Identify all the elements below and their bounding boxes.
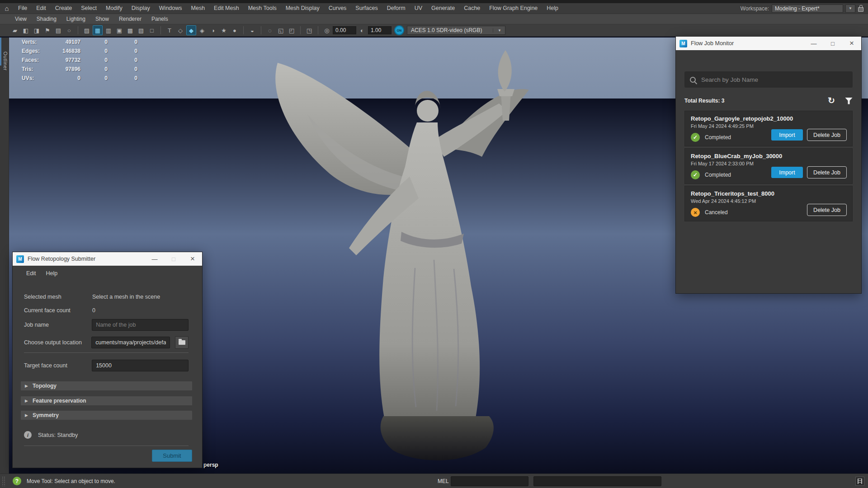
exposure-input[interactable] bbox=[333, 26, 356, 34]
workspace-dropdown[interactable]: Modeling - Expert* bbox=[772, 5, 843, 13]
dock-accent-bar bbox=[0, 38, 1, 66]
resolution-gate-icon[interactable]: ▣ bbox=[114, 25, 124, 35]
lock-camera-icon[interactable]: ◧ bbox=[21, 25, 31, 35]
wireframe-on-shaded-icon[interactable]: ◈ bbox=[197, 25, 207, 35]
wireframe-icon[interactable]: ◇ bbox=[175, 25, 185, 35]
field-chart-icon[interactable]: ▧ bbox=[136, 25, 146, 35]
menubar-item[interactable]: Mesh bbox=[187, 3, 210, 14]
select-camera-icon[interactable]: ▰ bbox=[10, 25, 20, 35]
submit-button[interactable]: Submit bbox=[152, 450, 192, 462]
script-editor-icon[interactable] bbox=[855, 477, 864, 486]
menubar-item[interactable]: Edit Mesh bbox=[209, 3, 244, 14]
job-monitor-titlebar[interactable]: M Flow Job Monitor — □ × bbox=[676, 37, 861, 50]
collapsible-section-header[interactable]: ▶ Feature preservation bbox=[21, 396, 192, 405]
single-pane-layout-icon[interactable]: ◱ bbox=[276, 25, 286, 35]
collapsible-section-header[interactable]: ▶ Symmetry bbox=[21, 411, 192, 420]
panel-menu-item[interactable]: View bbox=[10, 16, 32, 22]
import-button[interactable]: Import bbox=[771, 167, 803, 178]
flow-retopology-submitter-window: M Flow Retopology Submitter — □ × EditHe… bbox=[12, 252, 203, 468]
menubar-item[interactable]: Select bbox=[76, 3, 101, 14]
angel-statue-mesh[interactable] bbox=[235, 42, 669, 467]
menubar-item[interactable]: Edit bbox=[32, 3, 51, 14]
delete-job-button[interactable]: Delete Job bbox=[807, 129, 847, 141]
submitter-menu-item[interactable]: Edit bbox=[26, 270, 36, 277]
safe-action-icon[interactable]: □ bbox=[147, 25, 157, 35]
mel-result-field[interactable] bbox=[533, 476, 661, 486]
hud-component-value: 0 bbox=[108, 48, 137, 54]
menubar-item[interactable]: Windows bbox=[155, 3, 187, 14]
panel-menu-item[interactable]: Show bbox=[90, 16, 114, 22]
outliner-persp-layout-icon[interactable]: ◳ bbox=[304, 25, 314, 35]
panel-menu-item[interactable]: Panels bbox=[146, 16, 173, 22]
shadows-icon[interactable]: ● bbox=[230, 25, 240, 35]
screen-space-ao-icon[interactable]: ◒ bbox=[247, 25, 257, 35]
grid-icon[interactable]: ▦ bbox=[93, 25, 103, 35]
workspace-lock-icon[interactable] bbox=[858, 7, 863, 12]
filter-icon[interactable] bbox=[845, 98, 853, 104]
smooth-shade-icon[interactable]: ◆ bbox=[186, 25, 196, 35]
mel-command-input[interactable] bbox=[451, 476, 528, 486]
bookmark-icon[interactable]: ⚑ bbox=[42, 25, 52, 35]
menubar-item[interactable]: Curves bbox=[324, 3, 351, 14]
close-button[interactable]: × bbox=[842, 37, 861, 50]
safe-title-icon[interactable]: T bbox=[165, 25, 175, 35]
job-monitor-body: Total Results: 3 ↻ Retopo_Gargoyle_retop… bbox=[676, 50, 861, 294]
submitter-menu-item[interactable]: Help bbox=[46, 270, 58, 277]
outliner-tab[interactable]: Outliner bbox=[2, 40, 8, 82]
menubar-item[interactable]: Generate bbox=[427, 3, 459, 14]
panel-menu-item[interactable]: Shading bbox=[32, 16, 61, 22]
menubar-item[interactable]: Display bbox=[127, 3, 155, 14]
use-all-lights-icon[interactable]: ★ bbox=[219, 25, 229, 35]
menubar-item[interactable]: Create bbox=[51, 3, 77, 14]
target-face-count-input[interactable] bbox=[92, 360, 189, 371]
isolate-select-icon[interactable]: ◌ bbox=[265, 25, 275, 35]
dock-grip-handle[interactable] bbox=[2, 476, 5, 486]
minimize-button[interactable]: — bbox=[804, 37, 823, 50]
panel-menu-item[interactable]: Lighting bbox=[61, 16, 90, 22]
menubar-item[interactable]: Help bbox=[542, 3, 563, 14]
toolbar-separator bbox=[160, 26, 161, 34]
refresh-icon[interactable]: ↻ bbox=[828, 97, 835, 104]
exposure-icon[interactable]: ◎ bbox=[322, 25, 332, 35]
home-icon[interactable]: ⌂ bbox=[0, 5, 14, 12]
maximize-button[interactable]: □ bbox=[164, 252, 183, 266]
four-pane-layout-icon[interactable]: ◰ bbox=[287, 25, 297, 35]
delete-job-button[interactable]: Delete Job bbox=[807, 166, 847, 178]
collapsible-section-header[interactable]: ▶ Topology bbox=[21, 381, 192, 390]
close-button[interactable]: × bbox=[183, 252, 202, 266]
pan-zoom-icon[interactable]: ○ bbox=[64, 25, 74, 35]
job-search-input[interactable] bbox=[701, 76, 847, 83]
gamma-input[interactable] bbox=[368, 26, 392, 34]
maximize-button[interactable]: □ bbox=[823, 37, 842, 50]
menubar-item[interactable]: Modify bbox=[101, 3, 127, 14]
gate-mask-icon[interactable]: ▩ bbox=[125, 25, 135, 35]
textured-icon[interactable]: ◑ bbox=[208, 25, 218, 35]
job-name-input[interactable] bbox=[92, 319, 189, 331]
panel-menu-item[interactable]: Renderer bbox=[114, 16, 146, 22]
delete-job-button[interactable]: Delete Job bbox=[807, 204, 847, 216]
menubar-item[interactable]: Mesh Display bbox=[281, 3, 324, 14]
view-transform-dropdown[interactable]: ACES 1.0 SDR-video (sRGB) ▼ bbox=[407, 26, 505, 35]
submitter-titlebar[interactable]: M Flow Retopology Submitter — □ × bbox=[13, 252, 202, 266]
image-plane-icon[interactable]: ▤ bbox=[53, 25, 63, 35]
import-button[interactable]: Import bbox=[771, 129, 803, 141]
gamma-icon[interactable]: ◐ bbox=[357, 25, 367, 35]
menubar-item[interactable]: Surfaces bbox=[351, 3, 382, 14]
workspace-dropdown-arrow-icon[interactable]: ▼ bbox=[845, 5, 855, 13]
output-location-input[interactable] bbox=[91, 337, 170, 348]
mel-label[interactable]: MEL bbox=[438, 478, 449, 484]
window-top-strip bbox=[0, 0, 868, 3]
color-management-toggle[interactable]: ON bbox=[394, 25, 404, 35]
camera-attributes-icon[interactable]: ◨ bbox=[32, 25, 42, 35]
menubar-item[interactable]: UV bbox=[410, 3, 427, 14]
browse-folder-button[interactable] bbox=[175, 336, 189, 349]
menubar-item[interactable]: Cache bbox=[459, 3, 485, 14]
menubar-item[interactable]: File bbox=[14, 3, 32, 14]
minimize-button[interactable]: — bbox=[145, 252, 164, 266]
hud-selected-value: 0 bbox=[80, 66, 108, 72]
menubar-item[interactable]: Flow Graph Engine bbox=[485, 3, 542, 14]
menubar-item[interactable]: Mesh Tools bbox=[244, 3, 281, 14]
grease-pencil-icon[interactable]: ▨ bbox=[82, 25, 92, 35]
film-gate-icon[interactable]: ▥ bbox=[104, 25, 113, 35]
menubar-item[interactable]: Deform bbox=[382, 3, 410, 14]
